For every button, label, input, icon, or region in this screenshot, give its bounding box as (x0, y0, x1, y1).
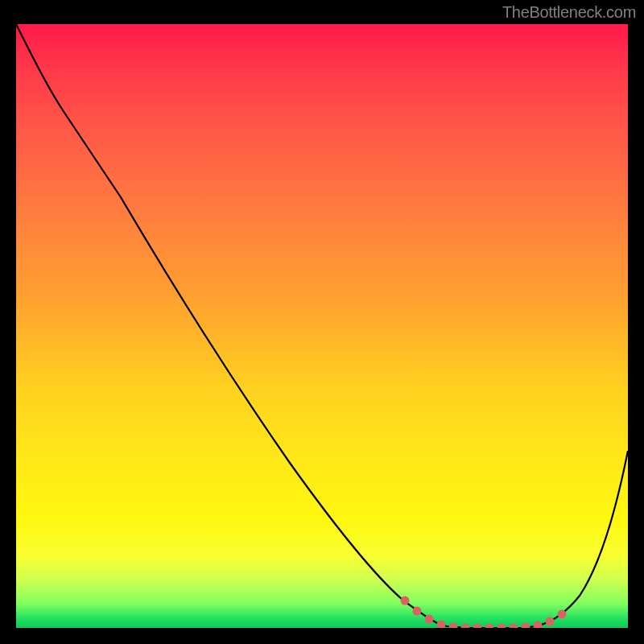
svg-point-11 (534, 621, 543, 629)
svg-point-5 (461, 624, 470, 629)
svg-point-3 (437, 621, 446, 629)
main-curve (16, 24, 628, 628)
watermark-text: TheBottleneck.com (502, 3, 636, 22)
svg-point-13 (558, 610, 567, 619)
svg-point-8 (497, 624, 506, 629)
svg-point-2 (425, 615, 434, 624)
svg-point-7 (485, 624, 494, 629)
plot-area (16, 24, 628, 628)
chart-container: TheBottleneck.com (0, 0, 644, 644)
svg-point-1 (413, 607, 422, 616)
svg-point-4 (449, 623, 458, 629)
svg-point-9 (510, 624, 518, 629)
svg-point-6 (473, 624, 482, 629)
svg-point-12 (546, 617, 555, 626)
svg-point-10 (522, 623, 530, 629)
dotted-minimum (401, 597, 567, 629)
svg-point-0 (401, 597, 410, 605)
curve-layer (16, 24, 628, 628)
